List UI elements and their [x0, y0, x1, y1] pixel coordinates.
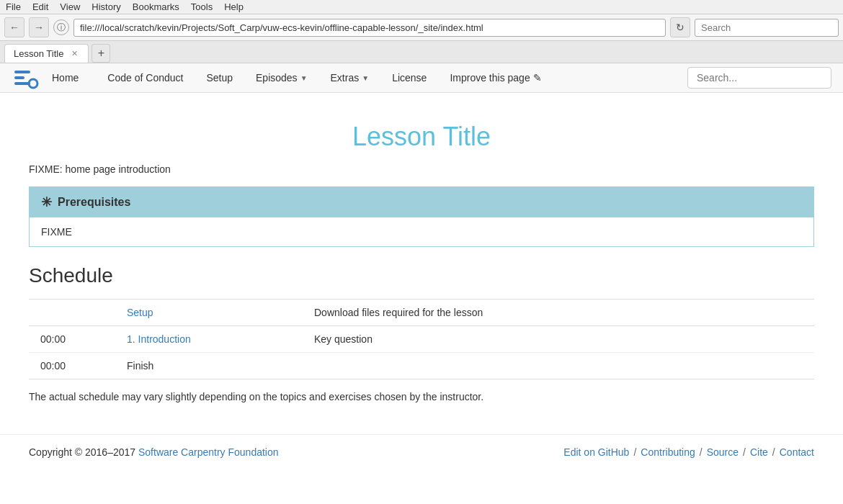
reload-button[interactable]: ↻: [670, 17, 690, 37]
desc-cell: Key question: [303, 326, 814, 353]
time-cell: 00:00: [29, 326, 115, 353]
tab-title: Lesson Title: [14, 48, 63, 59]
fixme-intro: FIXME: home page introduction: [29, 163, 814, 175]
prerequisites-box: ✳ Prerequisites FIXME: [29, 186, 814, 247]
back-button[interactable]: ←: [4, 17, 24, 37]
menu-bookmarks[interactable]: Bookmarks: [133, 1, 179, 12]
page-nav: Home Code of Conduct Setup Episodes ▼ Ex…: [0, 63, 843, 93]
prerequisites-title: Prerequisites: [58, 196, 130, 209]
menu-file[interactable]: File: [6, 1, 21, 12]
table-row: Setup Download files required for the le…: [29, 300, 814, 326]
address-bar[interactable]: [73, 19, 666, 37]
footer-source[interactable]: Source: [707, 446, 739, 458]
new-tab-button[interactable]: +: [92, 44, 110, 63]
introduction-link[interactable]: 1. Introduction: [127, 333, 191, 345]
table-row: 00:00 1. Introduction Key question: [29, 326, 814, 353]
logo-icon: [12, 63, 40, 92]
extras-dropdown-arrow: ▼: [362, 74, 369, 82]
nav-episodes[interactable]: Episodes ▼: [244, 63, 319, 92]
footer-contributing[interactable]: Contributing: [641, 446, 695, 458]
menu-history[interactable]: History: [92, 1, 120, 12]
lesson-title: Lesson Title: [29, 122, 814, 152]
time-cell: 00:00: [29, 353, 115, 379]
finish-cell: Finish: [115, 353, 303, 379]
prerequisites-header: ✳ Prerequisites: [30, 187, 813, 217]
link-cell: 1. Introduction: [115, 326, 303, 353]
schedule-note: The actual schedule may vary slightly de…: [29, 391, 814, 402]
nav-license[interactable]: License: [380, 63, 438, 92]
active-tab[interactable]: Lesson Title ✕: [4, 44, 89, 63]
desc-cell: [303, 353, 814, 379]
menu-edit[interactable]: Edit: [32, 1, 48, 12]
desc-cell: Download files required for the lesson: [303, 300, 814, 326]
time-cell: [29, 300, 115, 326]
menu-view[interactable]: View: [60, 1, 80, 12]
footer-cite[interactable]: Cite: [750, 446, 768, 458]
browser-search-input[interactable]: [695, 19, 839, 37]
footer-contact[interactable]: Contact: [780, 446, 814, 458]
setup-link[interactable]: Setup: [127, 307, 153, 318]
tab-bar: Lesson Title ✕ +: [0, 41, 843, 63]
nav-code-of-conduct[interactable]: Code of Conduct: [96, 63, 195, 92]
nav-setup[interactable]: Setup: [195, 63, 244, 92]
link-cell: Setup: [115, 300, 303, 326]
prerequisites-body: FIXME: [30, 217, 813, 246]
page-content: Lesson Title FIXME: home page introducti…: [0, 93, 843, 434]
forward-button[interactable]: →: [29, 17, 49, 37]
nav-extras[interactable]: Extras ▼: [319, 63, 381, 92]
footer-links: Edit on GitHub / Contributing / Source /…: [563, 446, 814, 458]
logo-area[interactable]: Home: [12, 63, 90, 92]
nav-home-label[interactable]: Home: [40, 63, 90, 92]
nav-search-input[interactable]: [687, 67, 831, 89]
footer-org-link[interactable]: Software Carpentry Foundation: [138, 446, 279, 458]
browser-menu-bar: File Edit View History Bookmarks Tools H…: [0, 0, 843, 14]
menu-help[interactable]: Help: [224, 1, 244, 12]
schedule-title: Schedule: [29, 264, 814, 287]
episodes-dropdown-arrow: ▼: [300, 74, 308, 82]
pencil-icon: ✎: [533, 72, 542, 84]
tab-close-button[interactable]: ✕: [69, 49, 79, 59]
star-icon: ✳: [41, 194, 52, 210]
nav-improve[interactable]: Improve this page ✎: [438, 63, 553, 92]
svg-rect-0: [14, 71, 30, 73]
page-footer: Copyright © 2016–2017 Software Carpentry…: [0, 434, 843, 469]
schedule-table: Setup Download files required for the le…: [29, 299, 814, 379]
info-button[interactable]: ⓘ: [53, 19, 69, 35]
svg-rect-1: [14, 76, 24, 79]
table-row: 00:00 Finish: [29, 353, 814, 379]
browser-toolbar: ← → ⓘ ↻: [0, 14, 843, 41]
menu-tools[interactable]: Tools: [191, 1, 213, 12]
footer-edit-github[interactable]: Edit on GitHub: [563, 446, 629, 458]
footer-copyright: Copyright © 2016–2017 Software Carpentry…: [29, 446, 279, 458]
